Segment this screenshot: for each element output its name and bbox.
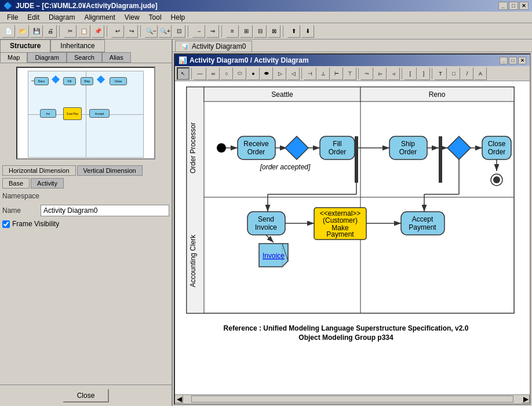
props-tab-horiz[interactable]: Horizontal Dimension [2, 165, 76, 176]
minimize-button[interactable]: _ [498, 2, 508, 10]
split-left-tool[interactable]: ◁ [287, 67, 300, 80]
svg-text:(Customer): (Customer) [323, 216, 358, 224]
props-sub-tab-base[interactable]: Base [2, 178, 30, 188]
arrow-btn[interactable]: → [192, 25, 205, 38]
sub-tab-alias[interactable]: Alias [102, 52, 131, 63]
svg-text:Fill: Fill [333, 140, 341, 148]
text-tool[interactable]: T [434, 67, 447, 80]
signal-recv-tool[interactable]: ◃ [387, 67, 400, 80]
inner-minimize-btn[interactable]: _ [500, 57, 508, 64]
arrow2-btn[interactable]: ⇒ [206, 25, 219, 38]
close-button[interactable]: ✕ [519, 2, 529, 10]
bracket-close-tool[interactable]: ] [417, 67, 430, 80]
bracket-open-tool[interactable]: [ [404, 67, 417, 80]
dt-sep4 [402, 68, 402, 79]
toolbar-sep1 [59, 26, 61, 37]
flow-tool[interactable]: ⤳ [360, 67, 373, 80]
zoom-fit-btn[interactable]: ⊡ [173, 25, 185, 38]
menu-edit[interactable]: Edit [23, 12, 44, 23]
merge-v-tool[interactable]: ⊤ [344, 67, 356, 80]
name-row: Name [2, 205, 169, 216]
line-tool[interactable]: — [194, 67, 206, 80]
svg-point-44 [493, 176, 500, 183]
text2-tool[interactable]: A [474, 67, 487, 80]
paste-btn[interactable]: 📌 [92, 25, 104, 38]
top-tabs: Structure Inheritance [0, 39, 172, 52]
zoom-out-btn[interactable]: 🔍− [145, 25, 158, 38]
zoom-in-btn[interactable]: 🔍+ [159, 25, 172, 38]
menu-help[interactable]: Help [166, 12, 190, 23]
filled-circle-tool[interactable]: ● [247, 67, 260, 80]
hline-tool[interactable]: ═ [207, 67, 220, 80]
dt-sep2 [301, 68, 302, 79]
menu-tool[interactable]: Tool [144, 12, 166, 23]
namespace-row: Namespace [2, 192, 169, 200]
print-btn[interactable]: 🖨 [44, 25, 57, 38]
title-bar: 🔷 JUDE – [C:\¥UML2.0¥ActivityDiagram.jud… [0, 0, 532, 12]
props-tab-vert[interactable]: Vertical Dimension [77, 165, 143, 176]
name-input[interactable] [41, 205, 169, 216]
sub-tab-map[interactable]: Map [0, 52, 27, 63]
fork-v-tool[interactable]: ⊥ [317, 67, 330, 80]
select-tool[interactable]: ↖ [177, 67, 190, 80]
signal-send-tool[interactable]: ▻ [374, 67, 387, 80]
circle-tool[interactable]: ○ [220, 67, 233, 80]
title-bar-buttons: _ □ ✕ [498, 2, 529, 10]
menu-alignment[interactable]: Alignment [79, 12, 119, 23]
align4-btn[interactable]: ⊠ [268, 25, 280, 38]
align3-btn[interactable]: ⊟ [254, 25, 267, 38]
toolbar-sep5 [221, 26, 224, 37]
frame-visibility-label: Frame Visibility [12, 220, 59, 228]
rect-tool[interactable]: □ [447, 67, 460, 80]
inner-maximize-btn[interactable]: □ [509, 57, 517, 64]
tab-inheritance[interactable]: Inheritance [50, 39, 104, 52]
diagram-canvas[interactable]: Seattle Reno Order Processor Accounting … [175, 81, 530, 394]
scroll-left-btn[interactable]: ◀ [175, 395, 183, 403]
close-button[interactable]: Close [63, 389, 109, 403]
save-btn[interactable]: 💾 [30, 25, 43, 38]
maximize-button[interactable]: □ [509, 2, 518, 10]
oval-tool[interactable]: ⬭ [234, 67, 246, 80]
tab-structure[interactable]: Structure [0, 39, 50, 52]
svg-text:Order: Order [329, 148, 347, 156]
svg-text:Order: Order [488, 148, 506, 156]
props-area: Horizontal Dimension Vertical Dimension … [0, 163, 172, 276]
menu-diagram[interactable]: Diagram [44, 12, 79, 23]
svg-text:Reference : Unified Modeling L: Reference : Unified Modeling Language Su… [224, 324, 469, 332]
inner-title-buttons: _ □ ✕ [500, 57, 526, 64]
scroll-thumb[interactable] [191, 396, 513, 403]
arrow-right-tool[interactable]: ▷ [274, 67, 286, 80]
import-btn[interactable]: ⬇ [301, 25, 314, 38]
left-spacer [0, 276, 172, 385]
scroll-right-btn[interactable]: ▶ [522, 395, 530, 403]
align-btn[interactable]: ≡ [226, 25, 239, 38]
undo-btn[interactable]: ↩ [111, 25, 124, 38]
props-sub-tab-activity[interactable]: Activity [31, 178, 64, 188]
menu-view[interactable]: View [120, 12, 144, 23]
frame-visibility-checkbox[interactable] [2, 220, 10, 228]
merge-h-tool[interactable]: ⊢ [330, 67, 343, 80]
redo-btn[interactable]: ↪ [125, 25, 138, 38]
svg-text:Receive: Receive [243, 140, 269, 148]
filled-oval-tool[interactable]: ⬬ [260, 67, 273, 80]
line2-tool[interactable]: / [461, 67, 473, 80]
inner-close-btn[interactable]: ✕ [518, 57, 526, 64]
menu-file[interactable]: File [2, 12, 23, 23]
toolbar-sep2 [107, 26, 109, 37]
main-toolbar: 📄 📂 💾 🖨 ✂ 📋 📌 ↩ ↪ 🔍− 🔍+ ⊡ → ⇒ ≡ ⊞ ⊟ ⊠ ⬆ … [0, 23, 532, 39]
props-tabs: Horizontal Dimension Vertical Dimension [2, 165, 169, 176]
copy-btn[interactable]: 📋 [78, 25, 90, 38]
preview-area: Recv Fill Ship Close Inv Cust Pay Accept [0, 63, 172, 163]
align2-btn[interactable]: ⊞ [240, 25, 253, 38]
new-btn[interactable]: 📄 [2, 25, 15, 38]
diagram-tab-activity[interactable]: 📊 Activity Diagram0 [175, 41, 252, 52]
sub-tab-search[interactable]: Search [67, 52, 102, 63]
export-btn[interactable]: ⬆ [287, 25, 300, 38]
cut-btn[interactable]: ✂ [64, 25, 76, 38]
horizontal-scrollbar[interactable]: ◀ ▶ [175, 394, 530, 404]
fork-h-tool[interactable]: ⊣ [304, 67, 316, 80]
open-btn[interactable]: 📂 [16, 25, 29, 38]
toolbar-sep3 [140, 26, 143, 37]
sub-tab-diagram[interactable]: Diagram [27, 52, 67, 63]
close-btn-area: Close [0, 385, 172, 406]
